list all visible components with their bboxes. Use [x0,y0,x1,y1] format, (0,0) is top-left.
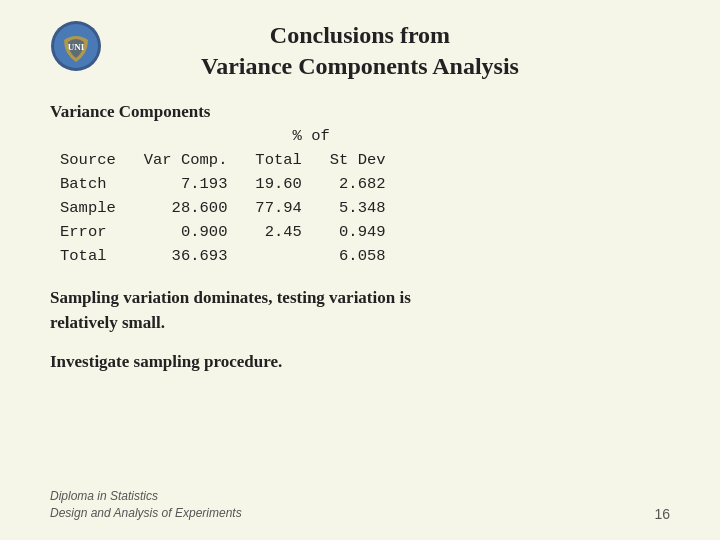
slide: UNI Conclusions from Variance Components… [0,0,720,540]
conclusion1: Sampling variation dominates, testing va… [50,286,411,335]
variance-label: Variance Components [50,102,670,122]
footer: Diploma in Statistics Design and Analysi… [50,488,670,522]
slide-header: UNI Conclusions from Variance Components… [50,20,670,82]
conclusion2: Investigate sampling procedure. [50,350,282,375]
title-line1: Conclusions from [201,20,519,51]
title-block: Conclusions from Variance Components Ana… [201,20,519,82]
footer-line2: Design and Analysis of Experiments [50,505,242,522]
page-number: 16 [654,506,670,522]
footer-line1: Diploma in Statistics [50,488,242,505]
variance-section: Variance Components % of Source Var Comp… [50,102,670,268]
title-line2: Variance Components Analysis [201,51,519,82]
footer-left: Diploma in Statistics Design and Analysi… [50,488,242,522]
svg-text:UNI: UNI [68,42,85,52]
logo: UNI [50,20,102,72]
conclusion1-line2: relatively small. [50,313,165,332]
conclusion1-line1: Sampling variation dominates, testing va… [50,288,411,307]
variance-table: % of Source Var Comp. Total St Dev Batch… [60,124,670,268]
